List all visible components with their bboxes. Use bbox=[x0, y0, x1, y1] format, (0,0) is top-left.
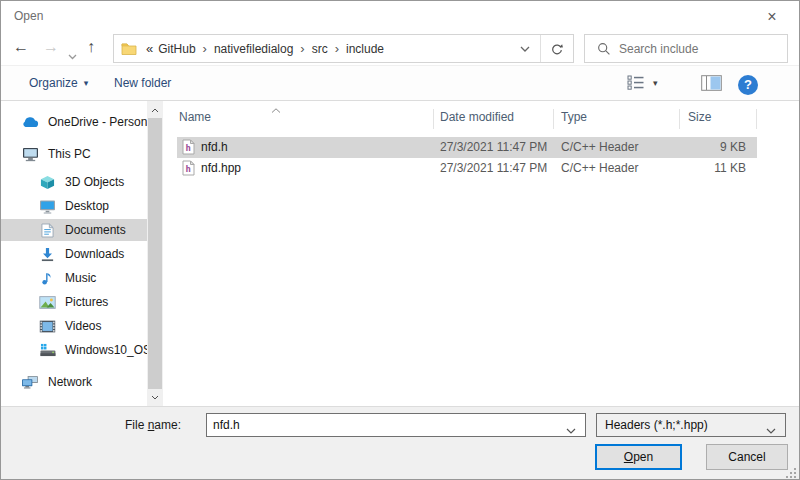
svg-text:h: h bbox=[186, 164, 191, 174]
address-dropdown-chevron-icon[interactable] bbox=[510, 35, 540, 62]
sidebar-item-music[interactable]: Music bbox=[1, 267, 147, 289]
breadcrumb-include[interactable]: include bbox=[346, 42, 384, 56]
file-name-combobox[interactable] bbox=[206, 413, 586, 437]
sort-ascending-icon bbox=[271, 102, 281, 116]
sidebar-item-documents[interactable]: Documents bbox=[1, 219, 147, 241]
breadcrumb-nativefiledialog[interactable]: nativefiledialog bbox=[214, 42, 293, 56]
refresh-icon[interactable] bbox=[541, 35, 573, 62]
document-icon bbox=[38, 222, 56, 238]
breadcrumb-separator-icon: › bbox=[203, 41, 207, 56]
search-icon bbox=[597, 42, 611, 56]
open-button[interactable]: Open bbox=[595, 444, 682, 470]
file-name-label: File name: bbox=[125, 418, 181, 432]
file-name-dropdown-chevron-icon[interactable] bbox=[566, 423, 576, 437]
details-view-icon bbox=[627, 75, 645, 90]
column-resize-handle[interactable] bbox=[756, 109, 757, 129]
file-name-input[interactable] bbox=[207, 418, 547, 432]
file-size-cell: 9 KB bbox=[632, 140, 746, 154]
view-caret-icon: ▾ bbox=[653, 78, 658, 88]
preview-pane-icon bbox=[701, 75, 722, 91]
footer-bar: File name: Headers (*.h;*.hpp) Open Canc… bbox=[1, 406, 799, 480]
breadcrumb-separator-icon: › bbox=[335, 41, 339, 56]
window-title: Open bbox=[14, 9, 43, 23]
main-area: OneDrive - Person This PC 3D Objects Des… bbox=[1, 101, 799, 406]
file-date-cell: 27/3/2021 11:47 PM bbox=[440, 140, 547, 154]
sidebar-item-videos[interactable]: Videos bbox=[1, 315, 147, 337]
3d-cube-icon bbox=[38, 174, 56, 190]
column-resize-handle[interactable] bbox=[553, 109, 554, 129]
cancel-button[interactable]: Cancel bbox=[706, 444, 788, 470]
file-list: Name Date modified Type Size h nfd.h 27/… bbox=[163, 101, 800, 406]
address-bar[interactable]: « GitHub › nativefiledialog › src › incl… bbox=[113, 34, 574, 63]
column-resize-handle[interactable] bbox=[433, 109, 434, 129]
computer-icon bbox=[21, 146, 39, 162]
file-date-cell: 27/3/2021 11:47 PM bbox=[440, 161, 547, 175]
breadcrumb-src[interactable]: src bbox=[312, 42, 328, 56]
breadcrumb-separator-icon: › bbox=[300, 41, 304, 56]
back-icon[interactable]: ← bbox=[13, 37, 29, 57]
desktop-icon bbox=[38, 198, 56, 214]
file-size-cell: 11 KB bbox=[632, 161, 746, 175]
file-row-nfd-hpp[interactable]: h nfd.hpp 27/3/2021 11:47 PM C/C++ Heade… bbox=[177, 158, 757, 179]
file-type-value: Headers (*.h;*.hpp) bbox=[605, 418, 708, 432]
search-input[interactable] bbox=[619, 42, 764, 56]
organize-button[interactable]: Organize ▾ bbox=[29, 76, 88, 90]
folder-icon bbox=[121, 42, 137, 55]
file-name-cell: nfd.h bbox=[201, 140, 228, 154]
cpp-header-file-icon: h bbox=[182, 160, 195, 179]
command-toolbar: Organize ▾ New folder ▾ ? bbox=[1, 65, 799, 101]
network-icon bbox=[21, 374, 39, 390]
sidebar-item-desktop[interactable]: Desktop bbox=[1, 195, 147, 217]
column-header-type[interactable]: Type bbox=[561, 110, 587, 124]
column-header-date-modified[interactable]: Date modified bbox=[440, 110, 514, 124]
file-name-cell: nfd.hpp bbox=[201, 161, 241, 175]
download-arrow-icon bbox=[38, 246, 56, 262]
up-icon[interactable]: ↑ bbox=[87, 37, 95, 57]
sidebar-item-onedrive[interactable]: OneDrive - Person bbox=[1, 111, 147, 133]
column-header-name[interactable]: Name bbox=[179, 110, 211, 124]
sidebar-item-this-pc[interactable]: This PC bbox=[1, 143, 147, 165]
forward-icon[interactable]: → bbox=[43, 37, 59, 57]
sidebar-item-pictures[interactable]: Pictures bbox=[1, 291, 147, 313]
file-row-nfd-h[interactable]: h nfd.h 27/3/2021 11:47 PM C/C++ Header … bbox=[177, 137, 757, 158]
sidebar-item-windows10-os-drive[interactable]: Windows10_OS ( bbox=[1, 339, 147, 361]
scrollbar-down-arrow-icon[interactable] bbox=[147, 389, 163, 405]
column-header-size[interactable]: Size bbox=[688, 110, 711, 124]
sidebar-item-3d-objects[interactable]: 3D Objects bbox=[1, 171, 147, 193]
scrollbar-thumb[interactable] bbox=[148, 118, 162, 389]
open-dialog-window: Open × ← → ↑ « GitHub › nativefiledialog… bbox=[0, 0, 800, 480]
cpp-header-file-icon: h bbox=[182, 139, 195, 158]
new-folder-button[interactable]: New folder bbox=[114, 76, 171, 90]
breadcrumb-github[interactable]: GitHub bbox=[158, 42, 195, 56]
title-bar: Open × bbox=[1, 1, 799, 31]
help-icon: ? bbox=[738, 75, 758, 95]
view-mode-button[interactable]: ▾ bbox=[627, 75, 658, 90]
breadcrumb-collapsed[interactable]: « bbox=[146, 41, 153, 56]
file-type-cell: C/C++ Header bbox=[561, 140, 638, 154]
resize-grip[interactable] bbox=[787, 469, 796, 478]
preview-pane-button[interactable] bbox=[701, 75, 722, 91]
navigation-pane: OneDrive - Person This PC 3D Objects Des… bbox=[1, 101, 147, 406]
sidebar-item-network[interactable]: Network bbox=[1, 371, 147, 393]
column-resize-handle[interactable] bbox=[679, 109, 680, 129]
recent-locations-chevron-icon[interactable] bbox=[68, 45, 77, 65]
search-box[interactable] bbox=[584, 34, 788, 63]
sidebar-scrollbar[interactable] bbox=[147, 101, 163, 406]
close-icon[interactable]: × bbox=[755, 5, 789, 28]
disk-drive-windows-icon bbox=[38, 342, 56, 358]
file-type-cell: C/C++ Header bbox=[561, 161, 638, 175]
file-type-combobox[interactable]: Headers (*.h;*.hpp) bbox=[596, 413, 786, 437]
music-note-icon bbox=[38, 270, 56, 286]
onedrive-cloud-icon bbox=[21, 114, 39, 130]
scrollbar-up-arrow-icon[interactable] bbox=[147, 102, 163, 118]
sidebar-item-downloads[interactable]: Downloads bbox=[1, 243, 147, 265]
picture-icon bbox=[38, 294, 56, 310]
help-button[interactable]: ? bbox=[738, 75, 758, 95]
video-film-icon bbox=[38, 318, 56, 334]
organize-caret-icon: ▾ bbox=[84, 78, 89, 88]
svg-text:h: h bbox=[186, 143, 191, 153]
navigation-bar: ← → ↑ « GitHub › nativefiledialog › src … bbox=[1, 31, 799, 65]
file-type-dropdown-chevron-icon[interactable] bbox=[766, 423, 776, 437]
